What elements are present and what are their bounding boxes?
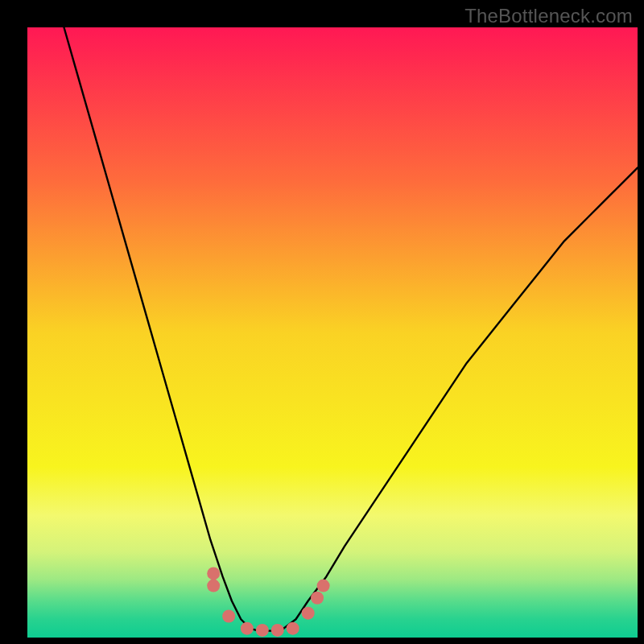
data-marker <box>241 622 254 635</box>
data-marker <box>222 609 235 622</box>
data-marker <box>302 607 315 620</box>
bottleneck-curve-chart <box>0 0 644 644</box>
data-marker <box>207 580 220 592</box>
data-marker <box>207 567 220 580</box>
data-marker <box>256 624 269 637</box>
chart-frame: TheBottleneck.com <box>0 0 644 644</box>
plot-background <box>27 27 638 638</box>
data-marker <box>271 624 284 637</box>
data-marker <box>317 580 330 592</box>
data-marker <box>287 622 299 635</box>
watermark-text: TheBottleneck.com <box>464 5 633 27</box>
data-marker <box>311 592 324 605</box>
